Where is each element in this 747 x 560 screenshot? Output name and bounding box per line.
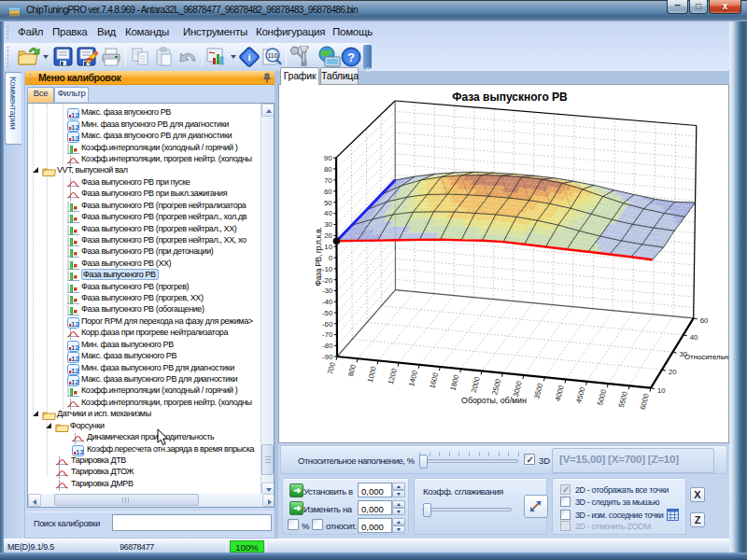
svg-text:110: 110	[267, 52, 277, 59]
svg-text:60: 60	[700, 316, 709, 325]
svg-text:6000: 6000	[639, 392, 651, 411]
svg-text:70: 70	[324, 176, 332, 185]
svg-text:90: 90	[324, 154, 332, 162]
svg-text:-50: -50	[322, 309, 333, 317]
svg-text:-40: -40	[322, 298, 333, 306]
svg-text:2500: 2500	[490, 377, 502, 396]
svg-text:5000: 5000	[596, 388, 608, 407]
svg-text:50: 50	[324, 199, 332, 207]
svg-text:1000: 1000	[366, 365, 378, 384]
svg-text:-80: -80	[322, 342, 333, 350]
svg-text:40: 40	[690, 333, 698, 342]
svg-text:40: 40	[324, 209, 332, 217]
svg-text:Фаза выпускного РВ: Фаза выпускного РВ	[452, 91, 568, 104]
svg-text:700: 700	[326, 361, 337, 376]
svg-text:i: i	[247, 51, 250, 63]
svg-text:1600: 1600	[428, 371, 440, 390]
svg-text:0: 0	[329, 254, 333, 262]
svg-text:?: ?	[347, 50, 355, 64]
svg-text:20: 20	[669, 368, 677, 376]
svg-text:1200: 1200	[387, 367, 399, 385]
svg-text:10: 10	[657, 386, 666, 395]
svg-text:Относительное н: Относительное н	[684, 353, 728, 361]
svg-text:-70: -70	[322, 330, 333, 339]
svg-text:-60: -60	[322, 320, 333, 329]
svg-text:10: 10	[324, 243, 332, 251]
svg-text:4500: 4500	[574, 385, 586, 404]
svg-text:-10: -10	[322, 265, 333, 273]
svg-text:80: 80	[324, 165, 332, 174]
svg-text:Обороты, об/мин: Обороты, об/мин	[461, 396, 527, 405]
svg-text:3500: 3500	[532, 382, 544, 400]
svg-text:60: 60	[324, 188, 332, 196]
svg-text:30: 30	[324, 220, 332, 229]
svg-text:800: 800	[346, 363, 358, 378]
svg-text:5500: 5500	[617, 390, 629, 409]
svg-text:2000: 2000	[470, 375, 482, 394]
svg-text:Фаза РВ, гр.п.к.в.: Фаза РВ, гр.п.к.в.	[314, 228, 323, 287]
svg-text:1800: 1800	[448, 373, 460, 392]
svg-text:1400: 1400	[407, 369, 419, 387]
svg-text:-30: -30	[322, 287, 333, 295]
svg-text:20: 20	[324, 231, 332, 240]
svg-text:-20: -20	[322, 276, 333, 285]
svg-text:4000: 4000	[554, 384, 566, 402]
svg-text:-90: -90	[322, 353, 333, 361]
